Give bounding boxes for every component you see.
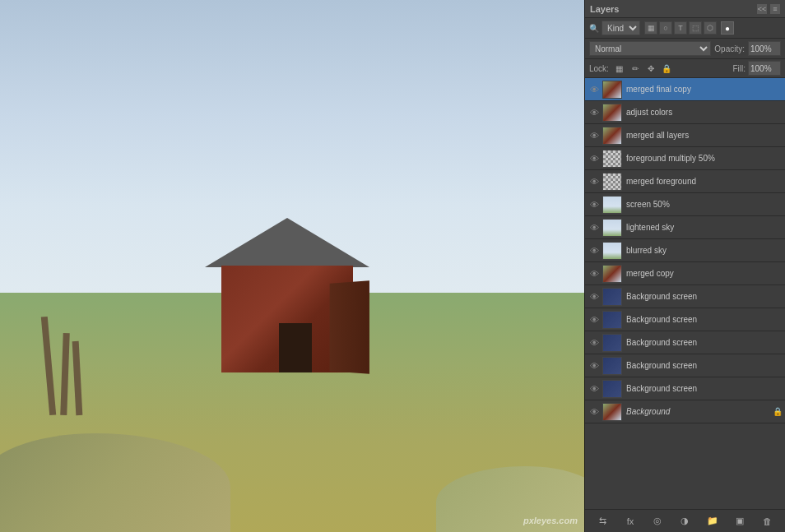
layer-visibility-toggle[interactable]: 👁	[588, 382, 601, 396]
new-adjustment-button[interactable]: ◑	[676, 514, 693, 529]
collapse-button[interactable]: <<	[757, 4, 767, 14]
layer-thumbnail	[602, 104, 622, 122]
layer-visibility-toggle[interactable]: 👁	[588, 359, 601, 372]
layer-item[interactable]: 👁blurred sky	[585, 239, 785, 262]
fill-input[interactable]	[748, 61, 781, 76]
layer-thumbnail	[602, 219, 622, 237]
layer-item[interactable]: 👁merged final copy	[585, 78, 785, 101]
layer-thumbnail	[602, 380, 622, 398]
filter-smart-icon[interactable]: ⬡	[704, 21, 717, 35]
layer-name: Background screen	[624, 315, 783, 324]
layer-thumbnail	[602, 173, 622, 191]
layers-toolbar: ⇆ fx ◎ ◑ 📁 ▣ 🗑	[585, 509, 785, 532]
layer-item[interactable]: 👁Background🔒	[585, 400, 785, 423]
panel-menu-button[interactable]: ≡	[770, 4, 780, 14]
layer-name: Background screen	[624, 292, 783, 301]
new-group-button[interactable]: 📁	[704, 514, 721, 529]
panel-title: Layers	[590, 4, 619, 14]
layer-thumbnail	[602, 196, 622, 214]
layer-item[interactable]: 👁lightened sky	[585, 216, 785, 239]
layer-thumbnail	[602, 403, 622, 421]
layer-name: merged final copy	[624, 85, 783, 94]
layer-thumbnail	[602, 81, 622, 99]
layer-name: blurred sky	[624, 246, 783, 255]
layer-item[interactable]: 👁Background screen	[585, 354, 785, 377]
layer-item[interactable]: 👁screen 50%	[585, 193, 785, 216]
panel-header: Layers << ≡	[585, 0, 785, 18]
layer-name: Background	[624, 407, 769, 416]
layer-visibility-toggle[interactable]: 👁	[588, 313, 601, 326]
layer-name: Background screen	[624, 361, 783, 370]
layer-thumbnail	[602, 334, 622, 352]
lock-row: Lock: ▦ ✏ ✥ 🔒 Fill:	[585, 59, 785, 78]
filter-type-icon[interactable]: T	[674, 21, 687, 35]
layer-item[interactable]: 👁Background screen	[585, 331, 785, 354]
lock-transparency-icon[interactable]: ▦	[613, 62, 626, 75]
layers-panel: Layers << ≡ 🔍 Kind ▦ ○ T ⬚ ⬡ ● Normal Di…	[584, 0, 785, 532]
layer-item[interactable]: 👁Background screen	[585, 377, 785, 400]
filter-icons: ▦ ○ T ⬚ ⬡	[644, 21, 717, 35]
filter-pixel-icon[interactable]: ▦	[644, 21, 657, 35]
layer-thumbnail	[602, 242, 622, 260]
layer-item[interactable]: 👁Background screen	[585, 285, 785, 308]
layer-name: Background screen	[624, 338, 783, 347]
barn-door	[279, 323, 312, 372]
layer-item[interactable]: 👁foreground multiply 50%	[585, 147, 785, 170]
layer-visibility-toggle[interactable]: 👁	[588, 198, 601, 211]
canvas-area: pxleyes.com	[0, 0, 584, 532]
delete-layer-button[interactable]: 🗑	[759, 514, 775, 529]
opacity-input[interactable]	[748, 41, 781, 56]
layer-visibility-toggle[interactable]: 👁	[588, 405, 601, 419]
filter-toggle[interactable]: ●	[721, 21, 734, 35]
search-icon: 🔍	[589, 24, 599, 33]
layer-visibility-toggle[interactable]: 👁	[588, 152, 601, 165]
layer-name: foreground multiply 50%	[624, 154, 783, 163]
filter-adjustment-icon[interactable]: ○	[659, 21, 672, 35]
add-mask-button[interactable]: ◎	[649, 514, 666, 529]
layer-visibility-toggle[interactable]: 👁	[588, 129, 601, 142]
fx-button[interactable]: fx	[622, 514, 639, 529]
layer-item[interactable]: 👁merged copy	[585, 262, 785, 285]
layer-name: lightened sky	[624, 223, 783, 232]
layer-name: adjust colors	[624, 108, 783, 117]
layer-thumbnail	[602, 357, 622, 375]
opacity-label: Opacity:	[714, 44, 745, 53]
blend-mode-select[interactable]: Normal Dissolve Multiply Screen Overlay …	[589, 41, 711, 56]
filter-bar: 🔍 Kind ▦ ○ T ⬚ ⬡ ●	[585, 18, 785, 39]
layer-name: screen 50%	[624, 200, 783, 209]
layer-visibility-toggle[interactable]: 👁	[588, 290, 601, 303]
new-layer-button[interactable]: ▣	[732, 514, 748, 529]
blend-row: Normal Dissolve Multiply Screen Overlay …	[585, 39, 785, 59]
layer-name: merged copy	[624, 269, 783, 278]
layer-item[interactable]: 👁merged all layers	[585, 124, 785, 147]
panel-controls: << ≡	[757, 4, 780, 14]
layer-lock-icon: 🔒	[773, 407, 783, 416]
filter-shape-icon[interactable]: ⬚	[689, 21, 702, 35]
layers-list: 👁merged final copy👁adjust colors👁merged …	[585, 78, 785, 509]
layer-thumbnail	[602, 288, 622, 306]
layer-visibility-toggle[interactable]: 👁	[588, 267, 601, 280]
layer-visibility-toggle[interactable]: 👁	[588, 221, 601, 234]
layer-item[interactable]: 👁merged foreground	[585, 170, 785, 193]
barn-side	[329, 280, 369, 374]
layer-visibility-toggle[interactable]: 👁	[588, 106, 601, 119]
layer-visibility-toggle[interactable]: 👁	[588, 336, 601, 349]
layer-visibility-toggle[interactable]: 👁	[588, 175, 601, 188]
layer-thumbnail	[602, 311, 622, 329]
layer-thumbnail	[602, 265, 622, 283]
barn	[205, 208, 369, 372]
lock-position-icon[interactable]: ✥	[644, 62, 657, 75]
layer-visibility-toggle[interactable]: 👁	[588, 244, 601, 257]
layer-visibility-toggle[interactable]: 👁	[588, 83, 601, 96]
layer-item[interactable]: 👁Background screen	[585, 308, 785, 331]
canvas-image: pxleyes.com	[0, 0, 584, 532]
barn-roof	[205, 218, 369, 267]
layer-item[interactable]: 👁adjust colors	[585, 101, 785, 124]
lock-all-icon[interactable]: 🔒	[660, 62, 673, 75]
layer-thumbnail	[602, 127, 622, 145]
link-layers-button[interactable]: ⇆	[595, 514, 611, 529]
lock-label: Lock:	[589, 64, 609, 73]
lock-pixels-icon[interactable]: ✏	[629, 62, 642, 75]
layer-thumbnail	[602, 150, 622, 168]
filter-select[interactable]: Kind	[602, 21, 640, 35]
